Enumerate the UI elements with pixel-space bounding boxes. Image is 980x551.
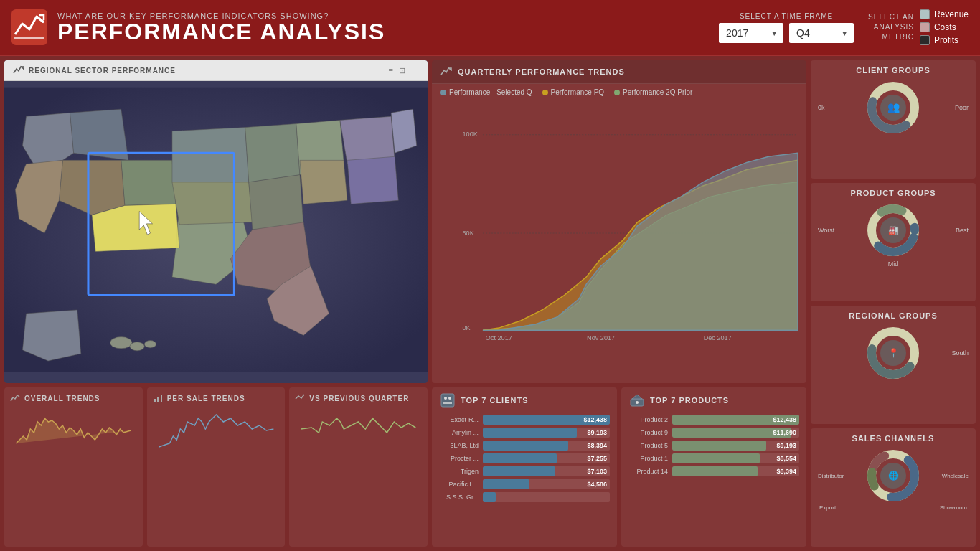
svg-marker-12 <box>245 124 300 182</box>
client-bar-3: $7,255 <box>483 453 610 463</box>
bottom-left: OVERALL TRENDS PER SALE TRENDS <box>4 387 428 547</box>
sales-channels-panel: SALES CHANNELS Distributor 🌐 Wholesale E… <box>811 428 976 547</box>
product-value-0: $12,438 <box>773 416 796 423</box>
svg-rect-57 <box>157 397 159 402</box>
product-fill-4 <box>672 466 758 476</box>
header-controls: SELECT A TIME FRAME 2015 2016 2017 2018 … <box>719 9 969 45</box>
revenue-box <box>920 9 930 19</box>
svg-marker-15 <box>300 160 347 204</box>
product-value-1: $11,690 <box>773 429 796 436</box>
client-row-6: S.S.S. Gr... <box>432 491 617 504</box>
svg-text:Dec 2017: Dec 2017 <box>704 334 732 342</box>
client-name-1: Amylin ... <box>439 429 479 436</box>
client-value-4: $7,103 <box>587 468 607 475</box>
map-icon-more[interactable]: ⋯ <box>411 66 419 75</box>
client-fill-1 <box>483 428 577 438</box>
legend-label-selected: Performance - Selected Q <box>449 88 532 96</box>
time-frame-label: SELECT A TIME FRAME <box>719 12 854 20</box>
client-value-3: $7,255 <box>587 455 607 462</box>
product-bar-2: $9,193 <box>672 441 799 451</box>
product-value-4: $8,394 <box>776 468 796 475</box>
client-name-5: Pacific L... <box>439 481 479 488</box>
profits-label: Profits <box>934 35 958 45</box>
product-name-3: Product 1 <box>628 455 668 462</box>
svg-marker-65 <box>632 395 642 399</box>
svg-text:🏭: 🏭 <box>888 225 899 235</box>
svg-point-26 <box>130 342 144 351</box>
client-row-3: Procter ... $7,255 <box>432 452 617 465</box>
per-sale-icon <box>153 393 163 403</box>
svg-rect-1 <box>14 37 44 39</box>
client-row-0: Exact-R... $12,438 <box>432 413 617 426</box>
year-dropdown-wrapper[interactable]: 2015 2016 2017 2018 <box>719 23 783 43</box>
legend-2q: Performance 2Q Prior <box>614 88 692 96</box>
product-groups-panel: PRODUCT GROUPS Worst 🏭 Best Mid <box>811 183 976 301</box>
client-name-4: Trigen <box>439 468 479 475</box>
top-products-list: Product 2 $12,438 Product 9 $11,690 Prod… <box>621 413 806 478</box>
metric-profits[interactable]: Profits <box>920 35 969 45</box>
map-toolbar: REGIONAL SECTOR PERFORMANCE ≡ ⊡ ⋯ <box>4 60 428 81</box>
svg-text:100K: 100K <box>462 131 477 138</box>
vs-previous-title: VS PREVIOUS QUARTER <box>295 393 422 403</box>
top-clients-header: TOP 7 CLIENTS <box>432 387 617 413</box>
client-name-0: Exact-R... <box>439 416 479 423</box>
vs-previous-icon <box>295 393 305 403</box>
client-bar-6 <box>483 492 610 502</box>
legend-dot-selected <box>440 90 446 95</box>
map-area <box>4 81 428 378</box>
metric-revenue[interactable]: Revenue <box>920 9 969 19</box>
performance-icon <box>11 9 47 45</box>
analysis-metric-block: SELECT AN ANALYSIS METRIC Revenue Costs … <box>868 9 969 45</box>
svg-text:0K: 0K <box>462 324 470 331</box>
svg-text:50K: 50K <box>462 230 473 237</box>
analysis-label-line2: ANALYSIS <box>868 22 914 32</box>
analysis-label-line3: METRIC <box>868 32 914 42</box>
metric-costs[interactable]: Costs <box>920 22 969 32</box>
costs-label: Costs <box>934 22 956 32</box>
overall-trends-sparkline <box>10 408 137 451</box>
product-value-2: $9,193 <box>776 442 796 449</box>
top-products-header: TOP 7 PRODUCTS <box>621 387 806 413</box>
product-name-4: Product 14 <box>628 468 668 475</box>
client-row-5: Pacific L... $4,586 <box>432 478 617 491</box>
svg-marker-24 <box>22 310 80 361</box>
product-bar-0: $12,438 <box>672 415 799 425</box>
quarterly-chart-area: 100K 50K 0K Oct 2017 Nov 2017 Dec 2017 <box>432 100 806 366</box>
client-bar-5: $4,586 <box>483 479 610 489</box>
top-products-panel: TOP 7 PRODUCTS Product 2 $12,438 Product… <box>621 387 806 547</box>
product-name-2: Product 5 <box>628 442 668 449</box>
client-fill-5 <box>483 479 529 489</box>
product-fill-3 <box>672 453 760 463</box>
svg-point-27 <box>144 341 156 348</box>
svg-rect-58 <box>161 395 162 402</box>
product-groups-label-mid: Mid <box>888 260 899 268</box>
sales-channels-export: Export <box>819 504 836 511</box>
title-block: WHAT ARE OUR KEY PERFORMANCE INDICATORS … <box>57 11 719 43</box>
client-groups-donut-wrapper: 0k 👥 Poor <box>816 79 970 136</box>
top-clients-panel: TOP 7 CLIENTS Exact-R... $12,438 Amylin … <box>432 387 617 547</box>
per-sale-sparkline <box>153 408 280 451</box>
map-icon-expand[interactable]: ⊡ <box>399 66 405 75</box>
product-bar-1: $11,690 <box>672 428 799 438</box>
svg-point-66 <box>636 401 639 404</box>
client-fill-3 <box>483 453 557 463</box>
svg-marker-20 <box>391 109 417 153</box>
product-groups-label-right: Best <box>956 227 969 234</box>
product-row-2: Product 5 $9,193 <box>621 439 806 452</box>
svg-marker-11 <box>172 182 253 225</box>
client-bar-4: $7,103 <box>483 466 610 476</box>
quarter-dropdown[interactable]: Q1 Q2 Q3 Q4 <box>789 23 854 43</box>
map-icon-lines[interactable]: ≡ <box>389 66 393 75</box>
quarterly-legend: Performance - Selected Q Performance PQ … <box>432 84 806 100</box>
bottom-center: TOP 7 CLIENTS Exact-R... $12,438 Amylin … <box>432 387 806 547</box>
svg-marker-21 <box>92 204 179 251</box>
client-name-2: 3LAB, Ltd <box>439 442 479 449</box>
year-dropdown[interactable]: 2015 2016 2017 2018 <box>719 23 783 43</box>
client-row-4: Trigen $7,103 <box>432 465 617 478</box>
svg-marker-13 <box>249 175 303 230</box>
client-fill-6 <box>483 492 496 502</box>
sales-channels-bottom-labels: Export Showroom <box>816 504 970 511</box>
quarter-dropdown-wrapper[interactable]: Q1 Q2 Q3 Q4 <box>789 23 854 43</box>
client-name-6: S.S.S. Gr... <box>439 494 479 501</box>
client-value-5: $4,586 <box>587 481 607 488</box>
